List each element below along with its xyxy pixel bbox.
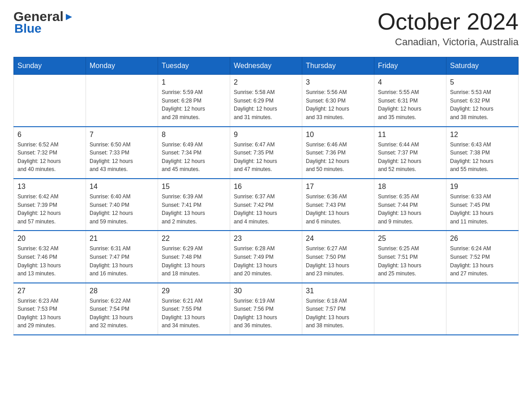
day-info: Sunrise: 6:31 AMSunset: 7:47 PMDaylight:… <box>90 244 154 278</box>
svg-marker-0 <box>66 14 72 20</box>
weekday-header-saturday: Saturday <box>446 57 519 75</box>
calendar-cell: 29Sunrise: 6:21 AMSunset: 7:55 PMDayligh… <box>158 283 230 335</box>
weekday-header-wednesday: Wednesday <box>230 57 302 75</box>
day-number: 22 <box>162 235 226 243</box>
calendar-cell: 3Sunrise: 5:56 AMSunset: 6:30 PMDaylight… <box>302 75 374 127</box>
calendar-cell: 10Sunrise: 6:46 AMSunset: 7:36 PMDayligh… <box>302 127 374 179</box>
day-info: Sunrise: 6:22 AMSunset: 7:54 PMDaylight:… <box>90 297 154 330</box>
day-info: Sunrise: 5:55 AMSunset: 6:31 PMDaylight:… <box>378 88 442 121</box>
calendar-cell: 17Sunrise: 6:36 AMSunset: 7:43 PMDayligh… <box>302 179 374 231</box>
title-area: October 2024 Canadian, Victoria, Austral… <box>378 9 519 48</box>
calendar-week-row: 13Sunrise: 6:42 AMSunset: 7:39 PMDayligh… <box>14 179 519 231</box>
calendar-cell: 20Sunrise: 6:32 AMSunset: 7:46 PMDayligh… <box>14 231 86 283</box>
calendar-cell: 24Sunrise: 6:27 AMSunset: 7:50 PMDayligh… <box>302 231 374 283</box>
day-number: 5 <box>450 78 515 86</box>
day-info: Sunrise: 5:56 AMSunset: 6:30 PMDaylight:… <box>306 88 370 121</box>
calendar-cell: 4Sunrise: 5:55 AMSunset: 6:31 PMDaylight… <box>374 75 446 127</box>
day-info: Sunrise: 6:37 AMSunset: 7:42 PMDaylight:… <box>234 193 298 226</box>
weekday-header-thursday: Thursday <box>302 57 374 75</box>
calendar-cell: 5Sunrise: 5:53 AMSunset: 6:32 PMDaylight… <box>446 75 519 127</box>
day-info: Sunrise: 6:36 AMSunset: 7:43 PMDaylight:… <box>306 193 370 226</box>
day-info: Sunrise: 6:39 AMSunset: 7:41 PMDaylight:… <box>162 193 226 226</box>
day-info: Sunrise: 6:50 AMSunset: 7:33 PMDaylight:… <box>90 141 154 174</box>
calendar-cell: 15Sunrise: 6:39 AMSunset: 7:41 PMDayligh… <box>158 179 230 231</box>
calendar-cell <box>374 283 446 335</box>
day-number: 28 <box>90 287 154 295</box>
calendar-cell: 8Sunrise: 6:49 AMSunset: 7:34 PMDaylight… <box>158 127 230 179</box>
calendar-cell: 7Sunrise: 6:50 AMSunset: 7:33 PMDaylight… <box>86 127 158 179</box>
logo: General Blue <box>13 9 74 36</box>
calendar-week-row: 6Sunrise: 6:52 AMSunset: 7:32 PMDaylight… <box>14 127 519 179</box>
day-info: Sunrise: 6:25 AMSunset: 7:51 PMDaylight:… <box>378 244 442 278</box>
month-year-title: October 2024 <box>378 9 519 34</box>
calendar-cell: 28Sunrise: 6:22 AMSunset: 7:54 PMDayligh… <box>86 283 158 335</box>
calendar-cell: 9Sunrise: 6:47 AMSunset: 7:35 PMDaylight… <box>230 127 302 179</box>
weekday-header-monday: Monday <box>86 57 158 75</box>
calendar-cell: 25Sunrise: 6:25 AMSunset: 7:51 PMDayligh… <box>374 231 446 283</box>
calendar-cell <box>14 75 86 127</box>
calendar-cell: 1Sunrise: 5:59 AMSunset: 6:28 PMDaylight… <box>158 75 230 127</box>
calendar-cell: 11Sunrise: 6:44 AMSunset: 7:37 PMDayligh… <box>374 127 446 179</box>
day-info: Sunrise: 6:42 AMSunset: 7:39 PMDaylight:… <box>17 193 82 226</box>
day-number: 29 <box>162 287 226 295</box>
day-info: Sunrise: 6:49 AMSunset: 7:34 PMDaylight:… <box>162 141 226 174</box>
day-info: Sunrise: 5:53 AMSunset: 6:32 PMDaylight:… <box>450 88 515 121</box>
weekday-header-tuesday: Tuesday <box>158 57 230 75</box>
day-number: 4 <box>378 78 442 86</box>
logo-blue: Blue <box>14 21 42 36</box>
calendar-cell: 18Sunrise: 6:35 AMSunset: 7:44 PMDayligh… <box>374 179 446 231</box>
calendar-week-row: 27Sunrise: 6:23 AMSunset: 7:53 PMDayligh… <box>14 283 519 335</box>
day-number: 17 <box>306 183 370 191</box>
day-number: 31 <box>306 287 370 295</box>
calendar-week-row: 1Sunrise: 5:59 AMSunset: 6:28 PMDaylight… <box>14 75 519 127</box>
day-number: 2 <box>234 78 298 86</box>
day-info: Sunrise: 6:28 AMSunset: 7:49 PMDaylight:… <box>234 244 298 278</box>
day-number: 19 <box>450 183 515 191</box>
day-info: Sunrise: 6:43 AMSunset: 7:38 PMDaylight:… <box>450 141 515 174</box>
calendar-cell: 19Sunrise: 6:33 AMSunset: 7:45 PMDayligh… <box>446 179 519 231</box>
day-info: Sunrise: 6:27 AMSunset: 7:50 PMDaylight:… <box>306 244 370 278</box>
calendar-cell: 14Sunrise: 6:40 AMSunset: 7:40 PMDayligh… <box>86 179 158 231</box>
day-number: 21 <box>90 235 154 243</box>
day-number: 23 <box>234 235 298 243</box>
day-info: Sunrise: 6:40 AMSunset: 7:40 PMDaylight:… <box>90 193 154 226</box>
day-info: Sunrise: 6:29 AMSunset: 7:48 PMDaylight:… <box>162 244 226 278</box>
day-number: 11 <box>378 131 442 139</box>
location-subtitle: Canadian, Victoria, Australia <box>378 36 519 48</box>
day-number: 26 <box>450 235 515 243</box>
day-info: Sunrise: 5:58 AMSunset: 6:29 PMDaylight:… <box>234 88 298 121</box>
day-info: Sunrise: 6:47 AMSunset: 7:35 PMDaylight:… <box>234 141 298 174</box>
day-number: 13 <box>17 183 82 191</box>
day-number: 7 <box>90 131 154 139</box>
day-number: 6 <box>17 131 82 139</box>
day-info: Sunrise: 6:52 AMSunset: 7:32 PMDaylight:… <box>17 141 82 174</box>
weekday-header-friday: Friday <box>374 57 446 75</box>
logo-triangle-icon <box>64 12 74 22</box>
day-number: 20 <box>17 235 82 243</box>
day-number: 15 <box>162 183 226 191</box>
page-header: General Blue October 2024 Canadian, Vict… <box>13 9 519 48</box>
day-number: 25 <box>378 235 442 243</box>
day-number: 16 <box>234 183 298 191</box>
day-number: 8 <box>162 131 226 139</box>
calendar-cell: 21Sunrise: 6:31 AMSunset: 7:47 PMDayligh… <box>86 231 158 283</box>
day-number: 12 <box>450 131 515 139</box>
calendar-cell <box>446 283 519 335</box>
day-info: Sunrise: 5:59 AMSunset: 6:28 PMDaylight:… <box>162 88 226 121</box>
day-info: Sunrise: 6:44 AMSunset: 7:37 PMDaylight:… <box>378 141 442 174</box>
calendar-cell: 6Sunrise: 6:52 AMSunset: 7:32 PMDaylight… <box>14 127 86 179</box>
calendar-cell <box>86 75 158 127</box>
calendar-cell: 26Sunrise: 6:24 AMSunset: 7:52 PMDayligh… <box>446 231 519 283</box>
day-number: 30 <box>234 287 298 295</box>
calendar-week-row: 20Sunrise: 6:32 AMSunset: 7:46 PMDayligh… <box>14 231 519 283</box>
day-number: 9 <box>234 131 298 139</box>
day-number: 1 <box>162 78 226 86</box>
day-info: Sunrise: 6:18 AMSunset: 7:57 PMDaylight:… <box>306 297 370 330</box>
day-info: Sunrise: 6:33 AMSunset: 7:45 PMDaylight:… <box>450 193 515 226</box>
calendar-cell: 13Sunrise: 6:42 AMSunset: 7:39 PMDayligh… <box>14 179 86 231</box>
calendar-cell: 30Sunrise: 6:19 AMSunset: 7:56 PMDayligh… <box>230 283 302 335</box>
calendar-cell: 27Sunrise: 6:23 AMSunset: 7:53 PMDayligh… <box>14 283 86 335</box>
day-info: Sunrise: 6:46 AMSunset: 7:36 PMDaylight:… <box>306 141 370 174</box>
calendar-cell: 22Sunrise: 6:29 AMSunset: 7:48 PMDayligh… <box>158 231 230 283</box>
calendar-body: 1Sunrise: 5:59 AMSunset: 6:28 PMDaylight… <box>14 75 519 335</box>
